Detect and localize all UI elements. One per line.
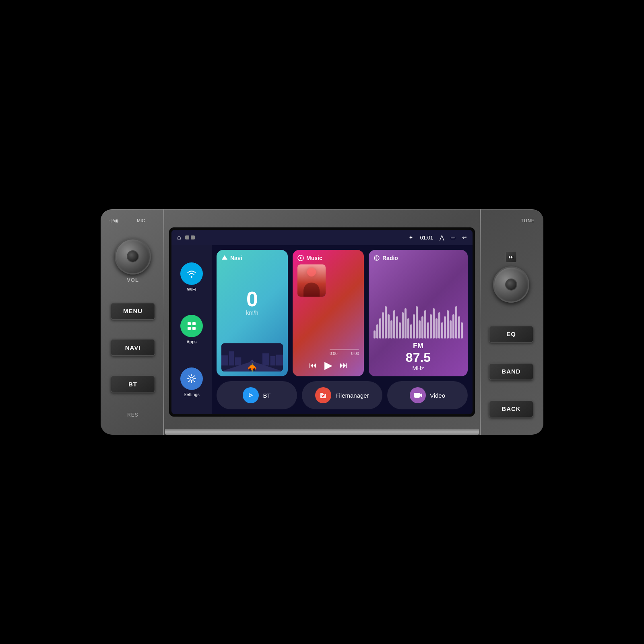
wave-bar bbox=[410, 324, 412, 339]
app-button-bt[interactable]: BT bbox=[217, 381, 297, 409]
freq-mode: FM bbox=[374, 342, 463, 350]
svg-rect-20 bbox=[414, 393, 420, 398]
wave-bar bbox=[450, 320, 452, 339]
prev-button[interactable]: ⏮ bbox=[309, 361, 317, 370]
svg-rect-10 bbox=[270, 356, 276, 365]
svg-rect-0 bbox=[188, 322, 191, 325]
navi-card[interactable]: Navi 0 km/h bbox=[217, 250, 288, 376]
cards-area: Navi 0 km/h bbox=[212, 245, 473, 414]
screen: ⌂ ✦ 01:01 ⋀ ▭ ↩ bbox=[171, 230, 473, 414]
svg-rect-3 bbox=[192, 327, 196, 330]
screen-icon: ▭ bbox=[450, 234, 456, 241]
navi-button[interactable]: NAVI bbox=[111, 339, 155, 356]
apps-icon bbox=[180, 315, 203, 337]
home-icon[interactable]: ⌂ bbox=[177, 234, 181, 241]
wave-bar bbox=[444, 316, 446, 339]
progress-bar[interactable] bbox=[330, 349, 359, 350]
svg-point-15 bbox=[249, 368, 251, 371]
svg-rect-6 bbox=[221, 355, 228, 365]
music-card[interactable]: Music bbox=[293, 250, 364, 376]
playback-buttons: ⏮ ▶ ⏭ bbox=[297, 359, 359, 372]
wave-bar bbox=[385, 306, 387, 339]
album-art-image bbox=[297, 264, 326, 297]
app-button-video[interactable]: Video bbox=[387, 381, 468, 409]
bt-app-icon bbox=[243, 387, 259, 403]
freq-number: 87.5 bbox=[374, 350, 463, 365]
tune-label: TUNE bbox=[521, 218, 535, 223]
navi-card-title: Navi bbox=[221, 255, 283, 261]
sidebar-item-apps[interactable]: Apps bbox=[180, 315, 203, 344]
vol-knob-inner bbox=[127, 250, 139, 262]
speed-unit: km/h bbox=[246, 310, 258, 316]
tune-knob[interactable] bbox=[493, 266, 529, 303]
next-button[interactable]: ⏭ bbox=[340, 361, 348, 370]
wave-bar bbox=[461, 322, 463, 339]
power-label: ψ/ι◉ bbox=[109, 218, 119, 223]
wave-bar bbox=[393, 310, 395, 339]
dot-2 bbox=[191, 235, 195, 239]
status-right: ✦ 01:01 ⋀ ▭ ↩ bbox=[409, 234, 467, 241]
radio-card-title: Radio bbox=[374, 255, 463, 261]
vol-knob[interactable] bbox=[115, 238, 151, 275]
speed-value: 0 bbox=[246, 289, 258, 310]
filemanager-app-label: Filemanager bbox=[335, 392, 369, 399]
wave-bar bbox=[436, 318, 438, 339]
apps-label: Apps bbox=[186, 339, 196, 344]
svg-rect-7 bbox=[229, 351, 234, 365]
bottom-accent bbox=[165, 429, 479, 435]
dot-1 bbox=[185, 235, 189, 239]
back-button[interactable]: BACK bbox=[489, 400, 533, 417]
status-left: ⌂ bbox=[177, 234, 195, 241]
bt-button[interactable]: BT bbox=[111, 376, 155, 392]
status-bar: ⌂ ✦ 01:01 ⋀ ▭ ↩ bbox=[171, 230, 473, 245]
right-panel: TUNE ⏭ EQ BAND BACK bbox=[479, 209, 543, 435]
time-current: 0:00 bbox=[330, 351, 337, 356]
bluetooth-icon: ✦ bbox=[409, 234, 413, 241]
main-content: WIFI Apps bbox=[171, 245, 473, 414]
wave-bar bbox=[419, 320, 421, 339]
wave-bar bbox=[424, 310, 426, 339]
svg-rect-8 bbox=[235, 357, 241, 365]
wifi-icon bbox=[180, 262, 203, 285]
settings-icon bbox=[180, 367, 203, 390]
menu-button[interactable]: MENU bbox=[111, 303, 155, 320]
play-skip-button[interactable]: ⏭ bbox=[506, 251, 517, 262]
wave-bar bbox=[390, 320, 392, 339]
files-app-icon bbox=[315, 387, 331, 403]
music-content: 0:00 0:00 bbox=[297, 264, 359, 356]
wave-bar bbox=[399, 322, 401, 339]
wave-bar bbox=[388, 314, 390, 339]
wave-bar bbox=[430, 314, 432, 339]
video-app-label: Video bbox=[430, 392, 445, 399]
music-card-title: Music bbox=[297, 255, 359, 261]
svg-point-16 bbox=[253, 368, 255, 371]
cards-top-row: Navi 0 km/h bbox=[217, 250, 468, 376]
svg-rect-1 bbox=[192, 322, 196, 325]
time-total: 0:00 bbox=[351, 351, 359, 356]
music-controls: 0:00 0:00 bbox=[330, 264, 359, 356]
svg-point-14 bbox=[250, 365, 255, 368]
band-button[interactable]: BAND bbox=[489, 363, 533, 380]
status-time: 01:01 bbox=[420, 235, 433, 241]
tune-knob-container: ⏭ bbox=[493, 239, 529, 305]
svg-rect-2 bbox=[188, 327, 191, 330]
sidebar-item-wifi[interactable]: WIFI bbox=[180, 262, 203, 292]
res-label[interactable]: RES bbox=[127, 412, 138, 418]
eq-button[interactable]: EQ bbox=[489, 326, 533, 343]
svg-point-18 bbox=[300, 257, 301, 259]
wave-bar bbox=[455, 306, 457, 339]
head-unit: ψ/ι◉ MIC VOL MENU NAVI BT RES ⌂ bbox=[101, 209, 543, 435]
svg-point-4 bbox=[190, 377, 193, 380]
play-pause-button[interactable]: ▶ bbox=[324, 359, 332, 372]
navi-speed-display: 0 km/h bbox=[221, 261, 283, 343]
app-button-filemanager[interactable]: Filemanager bbox=[302, 381, 382, 409]
cards-bottom-row: BT Filemanager bbox=[217, 381, 468, 409]
radio-card[interactable]: Radio FM 87.5 MHz bbox=[369, 250, 468, 376]
wave-bar bbox=[413, 314, 415, 339]
sidebar-item-settings[interactable]: Settings bbox=[180, 367, 203, 397]
wave-bar bbox=[416, 306, 418, 339]
wave-bar bbox=[374, 330, 376, 339]
wave-bar bbox=[376, 324, 378, 339]
video-app-icon bbox=[410, 387, 426, 403]
screen-bezel: ⌂ ✦ 01:01 ⋀ ▭ ↩ bbox=[169, 227, 475, 417]
